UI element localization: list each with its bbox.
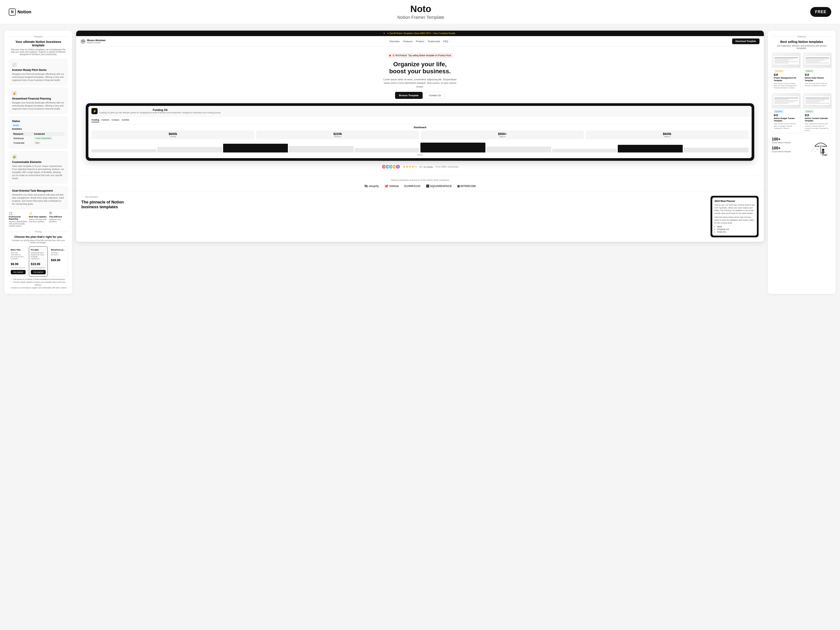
svg-line-11 (813, 148, 814, 149)
table-row: Actua Corporation (33, 136, 65, 141)
stats-side: 100+ Social Media Follower 100+ Social M… (772, 137, 808, 159)
bottom-heading: The pinnacle of Notion business template… (81, 200, 705, 209)
template-price-1: $35 (774, 73, 799, 76)
plan-pro: Pro plan Unlock premium features for a p… (29, 246, 48, 277)
stat-num-1: 100+ (772, 137, 808, 142)
card2-desc: Navigate your financial landscape effort… (12, 101, 65, 111)
svg-line-14 (815, 151, 815, 152)
hot-badge-sub: Top selling Notion template on Product H… (408, 54, 451, 57)
nav-features[interactable]: Features (403, 40, 412, 43)
template-info-4: Featured $15 Notion Content Calendar Tem… (803, 109, 832, 133)
plan-pro-name: Pro plan (31, 249, 46, 251)
bar-1 (92, 149, 156, 153)
pricing-subtext: Compare our pricing plans to find the on… (9, 239, 68, 244)
svg-line-4 (824, 152, 825, 153)
tablet-mockup: ⚡ Funding OS Funding OS gives you the ul… (86, 103, 754, 161)
tablet-tabs: Funding Investors Contacts Activities (92, 119, 748, 124)
svg-line-12 (816, 148, 817, 150)
companies-section: Helping individuals and teams at the wor… (76, 176, 764, 191)
pitch-icon: 📈 (12, 62, 17, 67)
header-title-block: Noto Notion Framer Template (31, 4, 810, 20)
template-card-4: Featured $15 Notion Content Calendar Tem… (803, 93, 832, 133)
template-card-2: Featured $15 Notion Daily Planner Templa… (803, 52, 832, 91)
card-financial: 💰 Streamlined Financial Planning Navigat… (9, 88, 68, 114)
illustration (810, 137, 832, 159)
app-info: Funding OS Funding OS gives you the ulti… (99, 109, 221, 114)
nav-overview[interactable]: Overview (389, 40, 399, 43)
card2-title: Streamlined Financial Planning (12, 97, 65, 100)
tablet-screen: ⚡ Funding OS Funding OS gives you the ul… (88, 106, 752, 158)
stat-num-2: 100+ (772, 146, 808, 150)
hot-badge-text: 🔥 Hot Product (392, 54, 407, 57)
right-panel: Features Best selling Notion templates G… (768, 31, 835, 294)
stat-social-2: 100+ Social Media Follower (772, 146, 808, 153)
plan-biz-name: Bussiness pl... (51, 249, 66, 251)
left-heading: Your ultimate Notion bussiness template (9, 40, 68, 47)
creator-name: Moses Abraham (87, 39, 106, 41)
template-preview-4 (803, 93, 832, 109)
logo[interactable]: N Notion (9, 8, 31, 16)
hot-badge: 🔥 Hot Product Top selling Notion templat… (387, 53, 453, 58)
app-subtitle: Notion Framer Template (31, 15, 810, 20)
meal-list: Week Shopping List Empty list... (714, 226, 755, 233)
contact-us-btn[interactable]: Contact Us (425, 92, 445, 99)
stat-investors: $220k Investors (256, 130, 419, 139)
card1-title: Investor-Ready Pitch Decks (12, 68, 65, 71)
meal-title: 2024 Meal Planner (714, 200, 755, 202)
right-subtext: Get organized, efficient, and productive… (772, 45, 832, 49)
tab-activities[interactable]: Activities (122, 119, 129, 122)
main-content: Features Your ultimate Notion bussiness … (0, 24, 840, 300)
card3-title: Customizable Elements (12, 161, 65, 164)
app-icon: ⚡ (92, 108, 98, 114)
tablet-status-label: Status (92, 154, 748, 156)
plan-basic-btn[interactable]: Get started (11, 270, 25, 274)
browse-template-btn[interactable]: Browse Template (395, 92, 423, 99)
tab-investors[interactable]: Investors (101, 119, 110, 122)
website-mockup: ✦ ✦ Get All Notion Templates (Save $450 … (76, 31, 764, 242)
companies-label: Helping individuals and teams at the wor… (81, 179, 759, 182)
plan-basic: Basic Plan Start with essentials for per… (9, 246, 28, 277)
plan-pro-btn[interactable]: Get started (31, 270, 46, 274)
website-nav-links: Overview Features Product Testimonial FA… (389, 40, 448, 43)
website-logo-text: Moses Abraham Notion Creator (87, 39, 106, 44)
puzzle-icon: 🧩 (12, 155, 17, 159)
template-desc-2: Plan your day better with our Planner Te… (805, 82, 830, 87)
rating-text: 4.7 on review (420, 165, 433, 169)
meal-desc: How to use: For each day, choose what to… (714, 204, 755, 215)
feature-realtime: ⚡ Real-Time Updates Stay in the loop wit… (29, 212, 48, 227)
pricing-label: Pricing (9, 231, 68, 233)
list-item: Week (717, 226, 755, 228)
card-customizable: 🧩 Customizable Elements Tailor each temp… (9, 151, 68, 183)
center-panel: ✦ ✦ Get All Notion Templates (Save $450 … (76, 31, 764, 294)
list-item: Empty list... (717, 231, 755, 233)
nav-product[interactable]: Product (416, 40, 425, 43)
template-badge-1: Top Selling (774, 70, 784, 72)
tablet-chart (92, 142, 748, 153)
card4-desc: Streamline your tasks and projects with … (12, 193, 65, 205)
bottom-left: The Numbers The pinnacle of Notion busin… (81, 196, 705, 237)
nav-faq[interactable]: FAQ (444, 40, 448, 43)
squarespace-logo: ⬛ SQUARESPACE (426, 185, 452, 188)
template-name-1: Project Management Kit Template (774, 77, 799, 82)
bar-10 (684, 148, 748, 153)
stat-lbl-2: Social Media Follower (772, 150, 808, 153)
nav-download-btn[interactable]: Download Template (732, 38, 759, 44)
bar-2 (157, 147, 222, 153)
card-pitch-decks: 📈 Investor-Ready Pitch Decks Navigate yo… (9, 59, 68, 85)
pricing-cards: Basic Plan Start with essentials for per… (9, 246, 68, 277)
tab-funding[interactable]: Funding (92, 119, 99, 122)
notion-icon: N (9, 8, 16, 16)
plan-pro-price-sub: One-time payment (31, 267, 46, 268)
financial-icon: 💰 (12, 91, 17, 96)
tablet-stats: $600k Funding $220k Investors $500+ Stag… (92, 130, 748, 139)
bar-6 (420, 143, 485, 153)
tab-contacts[interactable]: Contacts (112, 119, 120, 122)
template-price-2: $15 (805, 73, 830, 76)
logo-text: Notion (17, 9, 31, 14)
nav-testimonial[interactable]: Testimonial (428, 40, 440, 43)
avatar-5: E (395, 164, 400, 169)
intercom-logo: ▦ INTERCOM (457, 185, 476, 188)
template-name-4: Notion Content Calendar Template (805, 117, 830, 122)
plan-pro-price: $19.99 (31, 262, 46, 266)
website-logo: MA Moses Abraham Notion Creator (81, 39, 106, 44)
